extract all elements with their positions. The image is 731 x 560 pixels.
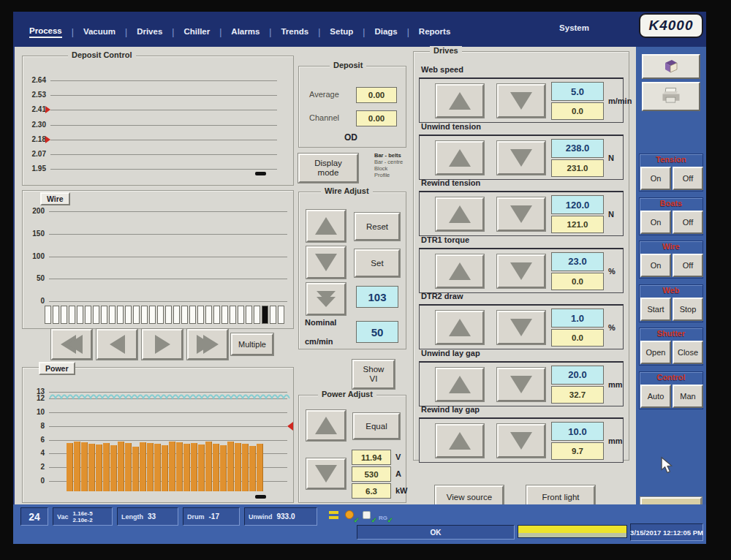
shutter-open-button[interactable]: Open (640, 341, 671, 364)
multiple-button[interactable]: Multiple (231, 333, 273, 355)
decrease-button[interactable] (497, 424, 545, 458)
channel-cell[interactable] (246, 306, 252, 324)
display-mode-button[interactable]: Display mode (298, 154, 358, 183)
rg-badge-icon[interactable]: RG✓ (379, 510, 390, 521)
wire-fast-down-button[interactable] (306, 283, 346, 315)
tension-on-button[interactable]: On (640, 167, 671, 190)
decrease-button[interactable] (497, 254, 545, 288)
boats-on-button[interactable]: On (640, 211, 671, 234)
show-vi-button[interactable]: Show VI (352, 360, 395, 389)
channel-cell[interactable] (173, 306, 180, 324)
setpoint-field[interactable]: 1.0 (551, 309, 604, 328)
channel-cell[interactable] (189, 306, 196, 324)
wire-nominal-field[interactable]: 50 (356, 321, 398, 343)
increase-button[interactable] (436, 254, 484, 288)
channel-cell[interactable] (109, 306, 115, 324)
increase-button[interactable] (436, 84, 484, 118)
channel-cell[interactable] (93, 306, 99, 324)
menu-tab-diags[interactable]: Diags (374, 27, 397, 37)
channel-cell[interactable] (197, 306, 204, 324)
channel-cell[interactable] (230, 306, 236, 324)
print-button[interactable] (642, 82, 700, 111)
wire-down-button[interactable] (306, 246, 346, 279)
increase-button[interactable] (436, 197, 484, 231)
power-down-button[interactable] (306, 458, 346, 489)
wire-set-button[interactable]: Set (355, 249, 400, 277)
orange-lamp-icon[interactable]: ✓ (345, 510, 357, 521)
increase-button[interactable] (436, 141, 484, 175)
decrease-button[interactable] (497, 311, 545, 344)
menu-tab-chiller[interactable]: Chiller (183, 27, 210, 37)
wire-off-button[interactable]: Off (673, 254, 703, 277)
setpoint-field[interactable]: 23.0 (551, 252, 604, 271)
wire-up-button[interactable] (306, 210, 346, 242)
channel-cell[interactable] (53, 306, 59, 324)
tension-off-button[interactable]: Off (673, 167, 703, 190)
menu-tab-drives[interactable]: Drives (137, 27, 162, 37)
yellow-bars-icon[interactable] (329, 510, 341, 521)
help-book-button[interactable] (642, 54, 700, 79)
decrease-button[interactable] (497, 84, 545, 118)
wire-channel-strip[interactable] (45, 306, 286, 324)
increase-button[interactable] (436, 311, 484, 344)
channel-cell[interactable] (45, 306, 51, 324)
decrease-button[interactable] (497, 141, 545, 175)
setpoint-field[interactable]: 120.0 (551, 195, 604, 214)
web-stop-button[interactable]: Stop (673, 298, 703, 321)
menu-tab-vacuum[interactable]: Vacuum (83, 27, 115, 37)
channel-cell[interactable] (61, 306, 67, 324)
setpoint-field[interactable]: 5.0 (551, 82, 604, 101)
power-up-button[interactable] (306, 410, 346, 441)
power-equal-button[interactable]: Equal (353, 413, 400, 439)
web-start-button[interactable]: Start (640, 298, 671, 321)
menu-tab-alarms[interactable]: Alarms (231, 27, 260, 37)
setpoint-field[interactable]: 238.0 (551, 139, 604, 158)
channel-cell[interactable] (254, 306, 260, 324)
active-channel-cell[interactable] (262, 306, 268, 324)
wire-chart-tag[interactable]: Wire (40, 192, 70, 205)
boats-off-button[interactable]: Off (673, 211, 703, 234)
setpoint-field[interactable]: 10.0 (551, 422, 604, 441)
step-back-button[interactable] (96, 329, 137, 360)
fast-rewind-button[interactable] (51, 329, 92, 360)
channel-cell[interactable] (205, 306, 212, 324)
step-forward-button[interactable] (142, 329, 183, 360)
channel-cell[interactable] (77, 306, 83, 324)
control-auto-button[interactable]: Auto (640, 385, 671, 408)
menu-item-system[interactable]: System (559, 23, 589, 32)
channel-cell[interactable] (278, 306, 284, 324)
wire-reset-button[interactable]: Reset (355, 213, 400, 241)
channel-cell[interactable] (133, 306, 140, 324)
channel-cell[interactable] (181, 306, 188, 324)
white-pump-icon[interactable]: ✓ (363, 510, 374, 521)
menu-tab-setup[interactable]: Setup (330, 27, 353, 37)
shutter-close-button[interactable]: Close (673, 341, 703, 364)
channel-cell[interactable] (85, 306, 91, 324)
average-field[interactable]: 0.00 (356, 87, 397, 103)
channel-cell[interactable] (141, 306, 148, 324)
menu-tab-trends[interactable]: Trends (281, 27, 308, 37)
channel-cell[interactable] (117, 306, 124, 324)
channel-cell[interactable] (69, 306, 75, 324)
increase-button[interactable] (436, 424, 484, 458)
menu-tab-reports[interactable]: Reports (419, 27, 450, 37)
channel-cell[interactable] (270, 306, 276, 324)
channel-cell[interactable] (165, 306, 172, 324)
channel-cell[interactable] (149, 306, 156, 324)
channel-cell[interactable] (157, 306, 164, 324)
power-chart-tag[interactable]: Power (39, 362, 75, 375)
wire-speed-field[interactable]: 103 (356, 286, 398, 308)
channel-cell[interactable] (101, 306, 107, 324)
channel-cell[interactable] (221, 306, 228, 324)
fast-forward-button[interactable] (187, 329, 228, 360)
decrease-button[interactable] (497, 197, 545, 231)
wire-on-button[interactable]: On (640, 254, 671, 277)
increase-button[interactable] (436, 368, 484, 401)
channel-cell[interactable] (238, 306, 244, 324)
channel-cell[interactable] (213, 306, 220, 324)
channel-field[interactable]: 0.00 (356, 110, 397, 126)
decrease-button[interactable] (497, 368, 545, 401)
menu-tab-process[interactable]: Process (29, 26, 62, 38)
setpoint-field[interactable]: 20.0 (551, 366, 604, 385)
channel-cell[interactable] (125, 306, 132, 324)
